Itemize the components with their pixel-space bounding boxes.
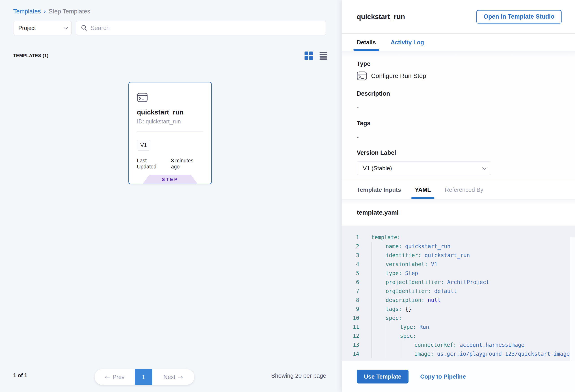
page-number-button[interactable]: 1 xyxy=(135,369,152,385)
breadcrumb: Templates › Step Templates xyxy=(13,8,90,15)
templates-count-label: TEMPLATES (1) xyxy=(13,53,48,58)
breadcrumb-chevron-icon: › xyxy=(44,8,46,15)
tab-details-label: Details xyxy=(357,39,376,46)
type-value: Configure Run Step xyxy=(371,72,426,80)
copy-to-pipeline-link[interactable]: Copy to Pipeline xyxy=(420,373,466,380)
description-label: Description xyxy=(357,90,560,97)
details-header: quickstart_run Open in Template Studio xyxy=(342,0,575,34)
step-type-badge: STEP xyxy=(143,175,197,184)
arrow-right-icon: → xyxy=(178,374,183,380)
code-line: 2name: quickstart_run xyxy=(342,242,575,251)
tags-label: Tags xyxy=(357,120,560,127)
tab-yaml[interactable]: YAML xyxy=(415,180,431,199)
search-input[interactable] xyxy=(91,25,321,32)
code-line: 13connectorRef: account.harnessImage xyxy=(342,341,575,349)
yaml-filename: template.yaml xyxy=(357,209,399,216)
run-step-icon xyxy=(357,71,367,80)
templates-list-panel: Templates › Step Templates Project TEMPL… xyxy=(0,0,342,392)
use-template-button[interactable]: Use Template xyxy=(357,369,408,384)
code-line: 8description: null xyxy=(342,296,575,305)
code-line: 4versionLabel: V1 xyxy=(342,260,575,269)
code-line: 6projectIdentifier: ArchitProject xyxy=(342,278,575,287)
description-value: - xyxy=(357,104,560,111)
template-card[interactable]: quickstart_run ID: quickstart_run V1 Las… xyxy=(128,82,212,184)
code-line: 5type: Step xyxy=(342,269,575,278)
active-tab-underline xyxy=(353,49,379,51)
breadcrumb-link-templates[interactable]: Templates xyxy=(13,8,41,15)
yaml-file-header: template.yaml xyxy=(342,199,575,226)
next-page-button[interactable]: Next → xyxy=(152,369,194,385)
code-line: 7orgIdentifier: default xyxy=(342,287,575,296)
open-in-template-studio-button[interactable]: Open in Template Studio xyxy=(476,10,562,23)
tab-template-inputs[interactable]: Template Inputs xyxy=(357,180,401,199)
yaml-code: 1template:2name: quickstart_run3identifi… xyxy=(342,226,575,358)
code-line: 1template: xyxy=(342,233,575,242)
view-toggles xyxy=(305,51,327,60)
version-dropdown-value: V1 (Stable) xyxy=(363,165,392,172)
pagination: ← Prev 1 Next → xyxy=(95,369,194,385)
prev-label: Prev xyxy=(113,374,124,381)
card-updated-label: Last Updated xyxy=(137,158,168,170)
card-id: ID: quickstart_run xyxy=(137,118,203,125)
next-label: Next xyxy=(163,374,175,381)
search-icon xyxy=(81,25,87,31)
details-tabs: Details Activity Log xyxy=(342,34,575,51)
breadcrumb-current: Step Templates xyxy=(49,8,90,15)
card-version-chip: V1 xyxy=(137,140,150,151)
tab-referenced-by[interactable]: Referenced By xyxy=(445,180,483,199)
list-view-icon[interactable] xyxy=(320,52,327,60)
prev-page-button[interactable]: ← Prev xyxy=(95,369,135,385)
active-subtab-underline xyxy=(411,197,434,199)
details-footer: Use Template Copy to Pipeline xyxy=(342,361,575,392)
tab-activity-log[interactable]: Activity Log xyxy=(391,34,424,51)
search-box[interactable] xyxy=(76,21,326,35)
filter-row: Project xyxy=(13,21,326,35)
card-title: quickstart_run xyxy=(137,108,203,116)
list-header-row: TEMPLATES (1) xyxy=(13,51,327,60)
scope-dropdown-label: Project xyxy=(18,25,36,31)
editor-scrollbar[interactable] xyxy=(570,237,575,361)
tags-value: - xyxy=(357,134,560,140)
page-info: 1 of 1 xyxy=(13,372,27,379)
details-content: Type Configure Run Step Description - Ta… xyxy=(342,51,575,180)
app-window: Templates › Step Templates Project TEMPL… xyxy=(0,0,575,392)
version-dropdown[interactable]: V1 (Stable) xyxy=(357,161,491,175)
details-title: quickstart_run xyxy=(357,13,405,21)
run-step-icon xyxy=(137,93,148,102)
type-label: Type xyxy=(357,61,560,68)
code-line: 9tags: {} xyxy=(342,305,575,314)
grid-view-icon[interactable] xyxy=(305,51,313,60)
chevron-down-icon xyxy=(482,165,486,170)
chevron-down-icon xyxy=(64,25,68,29)
card-divider xyxy=(137,132,203,132)
scope-dropdown[interactable]: Project xyxy=(13,21,72,35)
type-row: Configure Run Step xyxy=(357,71,560,80)
tab-yaml-label: YAML xyxy=(415,186,431,193)
version-label-heading: Version Label xyxy=(357,149,560,156)
yaml-editor: 1template:2name: quickstart_run3identifi… xyxy=(342,226,575,361)
code-line: 11type: Run xyxy=(342,323,575,331)
template-details-panel: quickstart_run Open in Template Studio D… xyxy=(342,0,575,392)
code-line: 10spec: xyxy=(342,314,575,323)
yaml-subtabs: Template Inputs YAML Referenced By xyxy=(342,180,575,199)
code-line: 3identifier: quickstart_run xyxy=(342,251,575,260)
arrow-left-icon: ← xyxy=(105,374,110,380)
card-updated-row: Last Updated 8 minutes ago xyxy=(137,158,203,170)
tab-details[interactable]: Details xyxy=(357,34,376,51)
code-line: 14image: us.gcr.io/playground-123/quicks… xyxy=(342,349,575,358)
card-updated-value: 8 minutes ago xyxy=(171,158,203,170)
code-line: 12spec: xyxy=(342,331,575,341)
per-page-label: Showing 20 per page xyxy=(271,372,326,379)
